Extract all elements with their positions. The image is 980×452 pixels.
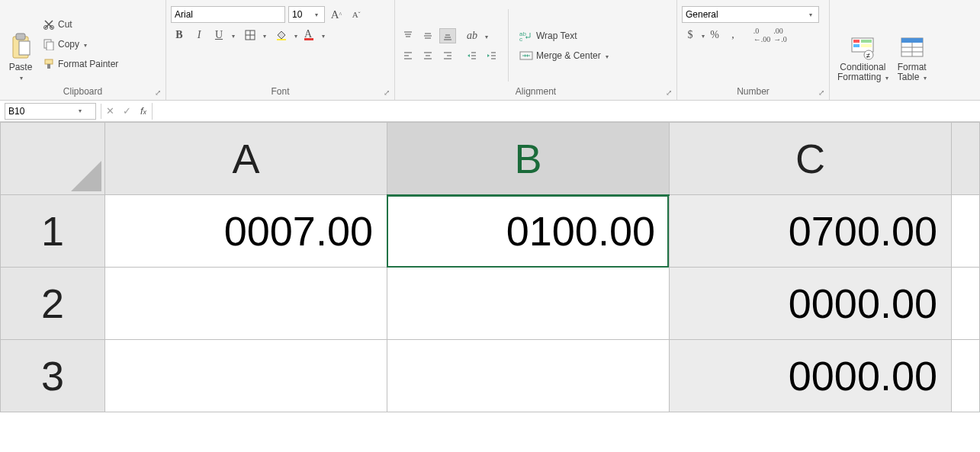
accounting-format-button[interactable]: $: [682, 27, 699, 43]
currency-symbol: $: [688, 29, 693, 41]
font-name-input[interactable]: [172, 9, 292, 20]
font-size-dropdown-icon[interactable]: ▾: [310, 11, 323, 18]
font-color-dropdown-icon[interactable]: [320, 30, 325, 40]
cell-C1[interactable]: 0700.00: [669, 195, 951, 268]
borders-dropdown-icon[interactable]: [262, 30, 266, 40]
number-format-dropdown-icon[interactable]: ▾: [805, 11, 817, 18]
font-size-input[interactable]: [289, 9, 310, 20]
conditional-dropdown-icon[interactable]: [884, 72, 888, 82]
copy-dropdown-icon[interactable]: [82, 39, 87, 50]
svg-rect-1: [16, 34, 25, 40]
column-header-A[interactable]: A: [104, 123, 387, 195]
table-row: 2 0000.00: [1, 268, 980, 340]
fill-color-button[interactable]: [273, 27, 290, 43]
paste-button[interactable]: Paste: [5, 3, 37, 85]
clipboard-launcher-icon[interactable]: ⤢: [155, 88, 161, 97]
underline-dropdown-icon[interactable]: [230, 30, 235, 40]
name-box-input[interactable]: [5, 106, 74, 117]
font-launcher-icon[interactable]: ⤢: [384, 88, 390, 97]
cell-A1[interactable]: 0007.00: [104, 195, 387, 268]
row-header-1[interactable]: 1: [1, 195, 105, 268]
column-label-A: A: [232, 136, 259, 181]
enter-formula-button[interactable]: ✓: [118, 105, 135, 117]
column-header-C[interactable]: C: [669, 123, 951, 195]
group-clipboard: Paste Cut Copy Format Painter Clipboard⤢: [0, 0, 166, 100]
cell-B1[interactable]: 0100.00: [387, 195, 669, 268]
cell-A3[interactable]: [104, 340, 387, 412]
merge-center-button[interactable]: Merge & Center: [516, 48, 612, 63]
select-all-corner[interactable]: [1, 123, 105, 195]
format-painter-button[interactable]: Format Painter: [40, 56, 121, 72]
underline-button[interactable]: U: [210, 27, 227, 43]
row-header-3[interactable]: 3: [1, 340, 105, 412]
decrease-decimal-button[interactable]: .00→.0: [772, 27, 789, 43]
conditional-formatting-button[interactable]: ≠ Conditional Formatting: [834, 3, 892, 85]
cell-B3[interactable]: [387, 340, 669, 412]
grow-font-button[interactable]: A^: [328, 7, 345, 22]
paste-label: Paste: [9, 62, 33, 72]
shrink-font-button[interactable]: Aˇ: [348, 7, 365, 22]
bold-button[interactable]: B: [171, 27, 188, 43]
cell-B2[interactable]: [387, 268, 669, 340]
svg-rect-48: [901, 38, 923, 43]
formula-input[interactable]: [152, 103, 980, 120]
orientation-dropdown-icon[interactable]: [484, 30, 488, 41]
column-header-D[interactable]: [951, 123, 979, 195]
format-as-table-button[interactable]: Format Table: [895, 3, 930, 85]
cut-button[interactable]: Cut: [40, 17, 121, 32]
wrap-text-button[interactable]: abc Wrap Text: [516, 28, 612, 43]
svg-rect-43: [861, 40, 872, 43]
font-name-combo[interactable]: ▾: [171, 6, 285, 23]
svg-rect-6: [47, 42, 53, 50]
bucket-icon: [275, 29, 288, 41]
svg-rect-2: [19, 41, 30, 55]
brush-icon: [43, 58, 55, 70]
percent-button[interactable]: %: [706, 27, 723, 43]
number-format-input[interactable]: [683, 9, 805, 20]
increase-decimal-button[interactable]: .0←.00: [753, 27, 770, 43]
merge-dropdown-icon[interactable]: [604, 50, 609, 61]
align-top-button[interactable]: [400, 28, 416, 43]
cancel-formula-button[interactable]: ✕: [101, 105, 118, 117]
separator: [508, 9, 509, 82]
number-format-combo[interactable]: ▾: [682, 6, 819, 23]
name-box[interactable]: ▾: [5, 103, 96, 120]
copy-button[interactable]: Copy: [40, 37, 121, 52]
svg-rect-41: [853, 40, 860, 43]
align-middle-button[interactable]: [419, 28, 436, 43]
cell-D1[interactable]: [951, 195, 979, 268]
font-size-combo[interactable]: ▾: [288, 6, 325, 23]
cell-D3[interactable]: [951, 340, 979, 412]
fill-color-dropdown-icon[interactable]: [293, 30, 297, 40]
column-label-C: C: [795, 136, 825, 181]
align-left-button[interactable]: [400, 48, 416, 63]
cell-D2[interactable]: [951, 268, 979, 340]
alignment-launcher-icon[interactable]: ⤢: [666, 88, 672, 97]
italic-button[interactable]: I: [191, 27, 207, 43]
insert-function-button[interactable]: fx: [135, 105, 152, 117]
align-center-button[interactable]: [419, 48, 436, 63]
cell-C2[interactable]: 0000.00: [669, 268, 951, 340]
cell-value: 0700.00: [789, 208, 937, 254]
row-header-2[interactable]: 2: [1, 268, 105, 340]
merge-center-label: Merge & Center: [536, 50, 601, 61]
increase-indent-button[interactable]: [484, 48, 500, 63]
paste-dropdown-icon[interactable]: [18, 72, 23, 82]
column-header-B[interactable]: B: [387, 123, 669, 195]
align-right-button[interactable]: [439, 48, 456, 63]
table-row: 1 0007.00 0100.00 0700.00: [1, 195, 980, 268]
orientation-button[interactable]: ab: [464, 28, 480, 43]
cell-A2[interactable]: [104, 268, 387, 340]
format-table-dropdown-icon[interactable]: [922, 72, 927, 82]
borders-button[interactable]: [242, 27, 259, 43]
copy-icon: [43, 38, 55, 50]
cell-C3[interactable]: 0000.00: [669, 340, 951, 412]
decrease-indent-button[interactable]: [464, 48, 480, 63]
number-launcher-icon[interactable]: ⤢: [818, 88, 824, 97]
font-color-button[interactable]: A: [300, 27, 317, 43]
align-bottom-button[interactable]: [439, 28, 456, 43]
accounting-dropdown-icon[interactable]: [700, 30, 705, 40]
name-box-dropdown-icon[interactable]: ▾: [74, 107, 86, 114]
comma-style-button[interactable]: ,: [725, 27, 741, 43]
svg-rect-7: [45, 59, 53, 64]
